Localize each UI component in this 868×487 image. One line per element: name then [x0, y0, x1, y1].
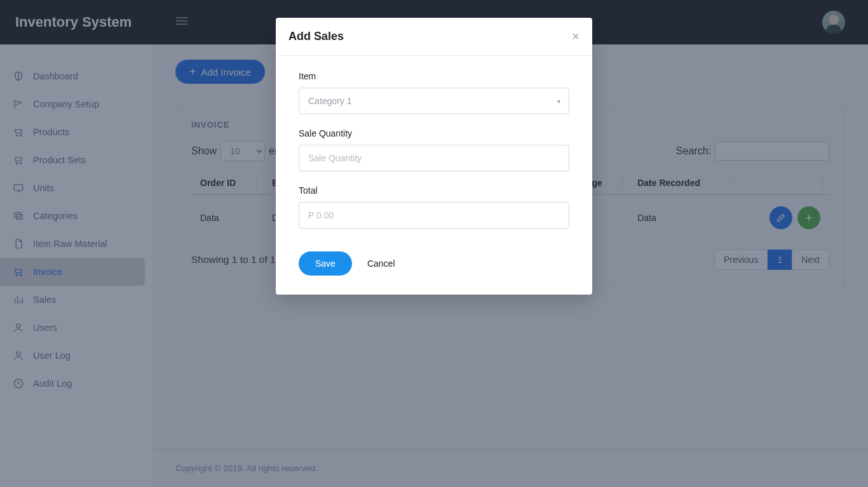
save-button[interactable]: Save [299, 251, 352, 276]
item-label: Item [299, 71, 569, 81]
item-select[interactable]: Category 1 [299, 88, 569, 114]
quantity-input[interactable] [299, 145, 569, 171]
cancel-button[interactable]: Cancel [367, 258, 395, 269]
total-label: Total [299, 185, 569, 196]
modal-title: Add Sales [288, 30, 344, 43]
modal-close-button[interactable]: × [572, 29, 580, 44]
total-input[interactable] [299, 202, 569, 229]
add-sales-modal: Add Sales × Item Category 1 Sale Quantit… [276, 18, 592, 295]
close-icon: × [572, 29, 580, 43]
quantity-label: Sale Quantity [299, 128, 569, 138]
modal-backdrop[interactable]: Add Sales × Item Category 1 Sale Quantit… [0, 0, 868, 487]
